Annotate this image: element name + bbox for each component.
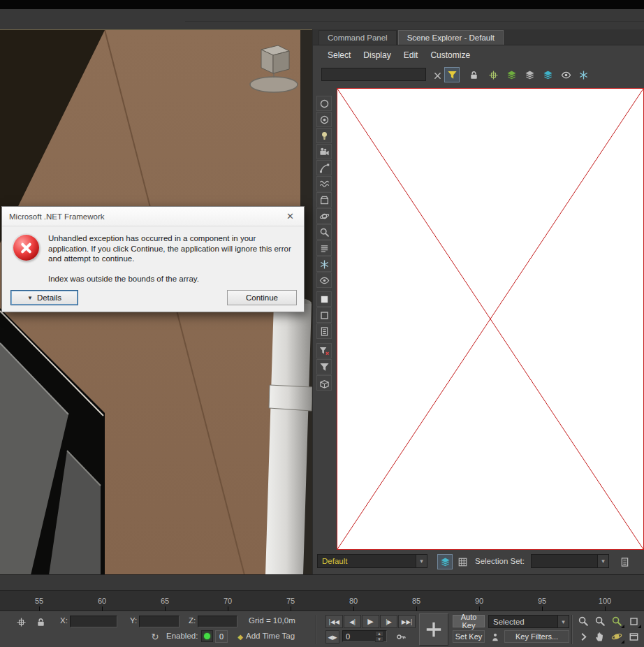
broken-control-cross bbox=[337, 89, 643, 549]
filter-selected-icon[interactable] bbox=[444, 67, 460, 82]
display-list-icon[interactable] bbox=[316, 240, 332, 256]
enabled-label: Enabled: bbox=[166, 632, 198, 640]
display-spacewarps-icon[interactable] bbox=[316, 176, 332, 191]
selection-lock-icon[interactable] bbox=[34, 615, 47, 629]
add-time-tag[interactable]: Add Time Tag bbox=[246, 632, 295, 640]
y-label: Y: bbox=[130, 616, 137, 625]
grid-display-icon[interactable] bbox=[455, 555, 469, 569]
search-input[interactable] bbox=[321, 68, 426, 81]
play-button[interactable]: ▶ bbox=[362, 615, 379, 628]
dropdown-arrow-icon[interactable]: ▾ bbox=[557, 616, 569, 627]
key-mode-toggle[interactable]: ◀▶ bbox=[325, 630, 339, 644]
menu-select[interactable]: Select bbox=[321, 50, 357, 60]
explorer-search-toolbar bbox=[313, 64, 644, 85]
display-all-icon[interactable] bbox=[316, 96, 332, 111]
tab-command-panel[interactable]: Command Panel bbox=[319, 30, 397, 45]
tab-scene-explorer[interactable]: Scene Explorer - Default bbox=[398, 30, 504, 45]
y-coordinate-field[interactable] bbox=[139, 616, 180, 627]
timeline-ruler[interactable]: 55 60 65 70 75 80 85 90 95 100 bbox=[0, 590, 644, 611]
menu-customize[interactable]: Customize bbox=[424, 50, 476, 60]
selection-filter-dropdown[interactable]: Selected ▾ bbox=[488, 615, 569, 628]
selection-set-dropdown[interactable]: ▾ bbox=[531, 554, 609, 568]
key-filters-button[interactable]: Key Filters... bbox=[504, 630, 569, 643]
error-icon bbox=[13, 235, 39, 261]
goto-end-button[interactable]: ▶▶| bbox=[398, 615, 416, 628]
frozen-flake-icon[interactable] bbox=[576, 68, 590, 82]
menu-display[interactable]: Display bbox=[357, 50, 397, 60]
display-geometry-icon[interactable] bbox=[316, 112, 332, 127]
visibility-eye-icon[interactable] bbox=[559, 68, 573, 82]
pick-gizmo-icon[interactable] bbox=[486, 68, 500, 82]
orbit-icon[interactable] bbox=[609, 630, 624, 644]
dialog-titlebar[interactable]: Microsoft .NET Framework ✕ bbox=[2, 207, 304, 226]
timeline-tick-label: 65 bbox=[154, 597, 175, 605]
main-toolbar-strip bbox=[0, 9, 644, 30]
set-keys-button[interactable] bbox=[419, 613, 448, 646]
details-button[interactable]: ▼ Details bbox=[10, 290, 78, 305]
display-lights-icon[interactable] bbox=[316, 128, 332, 143]
x-coordinate-field[interactable] bbox=[70, 616, 117, 627]
refresh-icon[interactable]: ↻ bbox=[148, 630, 162, 644]
expand-list-icon[interactable] bbox=[316, 324, 332, 339]
pan-zoom-icon[interactable] bbox=[576, 630, 591, 644]
layers-nested-icon[interactable] bbox=[541, 68, 555, 82]
timeline-tick-label: 60 bbox=[92, 597, 112, 605]
display-unselected-icon[interactable] bbox=[316, 307, 332, 323]
dialog-close-icon[interactable]: ✕ bbox=[284, 211, 297, 221]
continue-button[interactable]: Continue bbox=[227, 290, 297, 305]
selection-set-label: Selection Set: bbox=[475, 557, 525, 565]
display-bones-icon[interactable] bbox=[316, 208, 332, 224]
scene-list-broken[interactable] bbox=[337, 88, 644, 550]
zoom-region-icon[interactable] bbox=[626, 614, 641, 628]
next-frame-button[interactable]: |▶ bbox=[380, 615, 397, 628]
frame-spinner[interactable]: ▲▼ bbox=[375, 631, 383, 642]
enabled-led-icon bbox=[204, 633, 210, 639]
layers-green-icon[interactable] bbox=[504, 68, 518, 82]
display-hidden-icon[interactable] bbox=[316, 272, 332, 288]
current-frame-value: 0 bbox=[346, 632, 350, 641]
clear-search-icon[interactable] bbox=[430, 68, 444, 82]
selection-region-icon[interactable] bbox=[14, 615, 28, 629]
goto-start-button[interactable]: |◀◀ bbox=[325, 615, 343, 628]
display-containers-icon[interactable] bbox=[316, 192, 332, 208]
zoom-all-icon[interactable] bbox=[592, 614, 608, 628]
auto-key-button[interactable]: Auto Key bbox=[453, 615, 485, 627]
application-window: Command Panel Scene Explorer - Default S… bbox=[0, 0, 644, 647]
clear-filter-icon[interactable] bbox=[316, 343, 332, 358]
display-selected-icon[interactable] bbox=[316, 291, 332, 307]
layer-display-icon[interactable] bbox=[437, 554, 453, 569]
enabled-count-button[interactable]: 0 bbox=[215, 630, 228, 643]
search-objects-icon[interactable] bbox=[316, 224, 332, 240]
open-group-icon[interactable] bbox=[316, 375, 332, 391]
preset-value: Default bbox=[318, 555, 416, 567]
dialog-title: Microsoft .NET Framework bbox=[9, 212, 284, 221]
details-button-label: Details bbox=[37, 293, 61, 302]
dropdown-arrow-icon[interactable]: ▾ bbox=[416, 555, 427, 567]
pan-hand-icon[interactable] bbox=[592, 630, 608, 644]
display-shapes-icon[interactable] bbox=[316, 160, 332, 175]
zoom-extents-icon[interactable] bbox=[609, 614, 624, 628]
timeline-tick-label: 75 bbox=[280, 597, 301, 605]
z-coordinate-field[interactable] bbox=[198, 616, 237, 627]
default-tangent-icon[interactable] bbox=[394, 630, 408, 644]
lock-selection-icon[interactable] bbox=[467, 68, 481, 82]
dialog-message-line2: Index was outside the bounds of the arra… bbox=[48, 274, 294, 284]
preset-dropdown[interactable]: Default ▾ bbox=[317, 554, 427, 568]
enabled-toggle[interactable] bbox=[201, 630, 213, 642]
explorer-menubar: Select Display Edit Customize bbox=[313, 46, 644, 64]
menu-edit[interactable]: Edit bbox=[397, 50, 425, 60]
layers-add-icon[interactable] bbox=[522, 68, 536, 82]
details-expand-icon: ▼ bbox=[27, 295, 33, 301]
display-frozen-icon[interactable] bbox=[316, 256, 332, 272]
maximize-viewport-icon[interactable] bbox=[626, 630, 641, 644]
set-key-filters-icon[interactable] bbox=[488, 630, 502, 644]
filter-icon[interactable] bbox=[316, 359, 332, 375]
edit-named-selections-icon[interactable] bbox=[617, 555, 631, 569]
previous-frame-button[interactable]: ◀| bbox=[344, 615, 361, 628]
dropdown-arrow-icon[interactable]: ▾ bbox=[597, 555, 608, 567]
current-frame-field[interactable]: 0 ▲▼ bbox=[342, 630, 387, 642]
zoom-icon[interactable] bbox=[576, 614, 591, 628]
track-bar[interactable] bbox=[0, 574, 644, 590]
set-key-button[interactable]: Set Key bbox=[453, 630, 485, 643]
display-cameras-icon[interactable] bbox=[316, 144, 332, 159]
